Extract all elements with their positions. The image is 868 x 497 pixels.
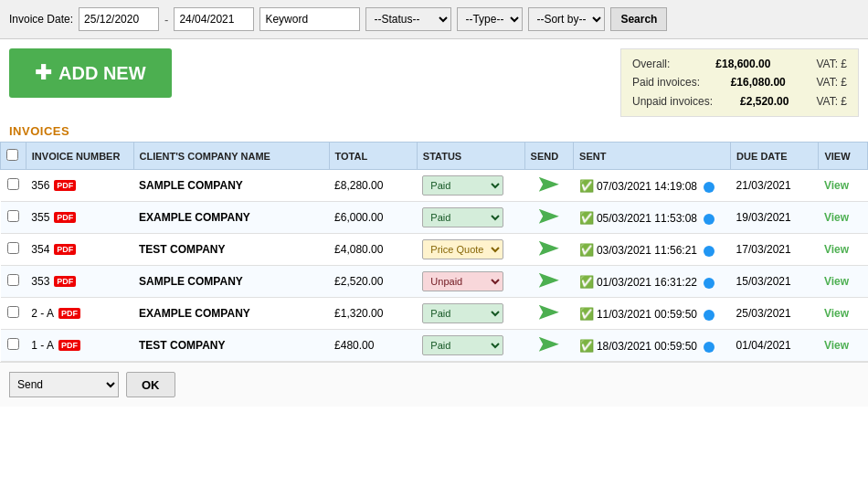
invoice-number: 1 - A xyxy=(31,339,54,352)
send-icon[interactable] xyxy=(539,305,559,320)
pdf-icon[interactable]: PDF xyxy=(58,340,80,351)
total-cell: £8,280.00 xyxy=(329,170,417,202)
status-cell: Paid Unpaid Price Quote xyxy=(417,170,524,202)
send-icon[interactable] xyxy=(539,241,559,256)
pdf-icon[interactable]: PDF xyxy=(58,308,80,319)
row-checkbox[interactable] xyxy=(7,338,19,350)
table-row: 355 PDF EXAMPLE COMPANY £6,000.00 Paid U… xyxy=(1,202,868,234)
status-dropdown[interactable]: Paid Unpaid Price Quote xyxy=(422,175,503,196)
row-checkbox[interactable] xyxy=(7,274,19,286)
info-dot-icon[interactable] xyxy=(704,278,715,289)
company-name-cell: TEST COMPANY xyxy=(133,234,329,266)
table-row: 356 PDF SAMPLE COMPANY £8,280.00 Paid Un… xyxy=(1,170,868,202)
section-title: INVOICES xyxy=(0,121,868,142)
status-dropdown[interactable]: Paid Unpaid Price Quote xyxy=(422,239,503,259)
send-cell xyxy=(524,330,574,362)
sort-select[interactable]: --Sort by-- Date Amount Status xyxy=(528,7,605,31)
add-new-button[interactable]: ✚ ADD NEW xyxy=(9,48,172,98)
sent-date: 18/03/2021 00:59:50 xyxy=(597,340,697,353)
bulk-action-select[interactable]: Send Email Print xyxy=(9,372,119,397)
invoice-number: 353 xyxy=(31,275,49,288)
pdf-icon[interactable]: PDF xyxy=(54,180,76,191)
row-checkbox-cell xyxy=(1,330,26,362)
send-icon[interactable] xyxy=(539,209,559,224)
status-dropdown[interactable]: Paid Unpaid Price Quote xyxy=(422,303,503,323)
overall-row: Overall: £18,600.00 VAT: £ xyxy=(632,55,847,73)
status-cell: Paid Unpaid Price Quote xyxy=(417,234,524,266)
status-dropdown[interactable]: Paid Unpaid Price Quote xyxy=(422,207,503,227)
total-cell: £2,520.00 xyxy=(329,266,417,298)
view-link[interactable]: View xyxy=(824,243,849,256)
row-checkbox[interactable] xyxy=(7,178,19,190)
view-link[interactable]: View xyxy=(824,179,849,192)
action-bar: ✚ ADD NEW Overall: £18,600.00 VAT: £ Pai… xyxy=(0,39,868,121)
invoice-number: 355 xyxy=(31,211,49,224)
view-cell: View xyxy=(819,234,868,266)
keyword-input[interactable] xyxy=(259,7,360,31)
send-cell xyxy=(524,234,574,266)
total-cell: £4,080.00 xyxy=(329,234,417,266)
col-header-view: VIEW xyxy=(819,143,868,170)
company-name-cell: SAMPLE COMPANY xyxy=(133,266,329,298)
pdf-icon[interactable]: PDF xyxy=(54,244,76,255)
invoice-number: 354 xyxy=(31,243,49,256)
sent-check-icon: ✅ xyxy=(579,275,594,289)
status-dropdown[interactable]: Paid Unpaid Price Quote xyxy=(422,335,503,355)
info-dot-icon[interactable] xyxy=(704,214,715,225)
send-icon[interactable] xyxy=(539,273,559,288)
row-checkbox[interactable] xyxy=(7,242,19,254)
invoice-date-label: Invoice Date: xyxy=(9,13,73,26)
total-cell: £6,000.00 xyxy=(329,202,417,234)
row-checkbox[interactable] xyxy=(7,210,19,222)
pdf-icon[interactable]: PDF xyxy=(54,212,76,223)
view-link[interactable]: View xyxy=(824,307,849,320)
unpaid-vat: VAT: £ xyxy=(816,92,847,111)
date-to-input[interactable] xyxy=(174,7,254,31)
send-icon[interactable] xyxy=(539,337,559,352)
ok-button[interactable]: OK xyxy=(126,372,175,397)
status-select[interactable]: --Status-- Paid Unpaid Price Quote xyxy=(365,7,451,31)
row-checkbox[interactable] xyxy=(7,306,19,318)
paid-amount: £16,080.00 xyxy=(731,73,786,91)
view-link[interactable]: View xyxy=(824,211,849,224)
col-header-total: TOTAL xyxy=(329,143,417,170)
pdf-icon[interactable]: PDF xyxy=(54,276,76,287)
send-cell xyxy=(524,170,574,202)
status-dropdown[interactable]: Paid Unpaid Price Quote xyxy=(422,271,503,291)
due-date-cell: 17/03/2021 xyxy=(731,234,819,266)
invoice-number-cell: 1 - A PDF xyxy=(26,330,133,362)
table-row: 354 PDF TEST COMPANY £4,080.00 Paid Unpa… xyxy=(1,234,868,266)
send-icon[interactable] xyxy=(539,177,559,192)
table-row: 2 - A PDF EXAMPLE COMPANY £1,320.00 Paid… xyxy=(1,298,868,330)
sent-date: 07/03/2021 14:19:08 xyxy=(597,180,697,193)
invoice-number-cell: 356 PDF xyxy=(26,170,133,202)
invoice-number-cell: 353 PDF xyxy=(26,266,133,298)
table-header-row: INVOICE NUMBER CLIENT'S COMPANY NAME TOT… xyxy=(1,143,868,170)
invoice-number-cell: 2 - A PDF xyxy=(26,298,133,330)
search-button[interactable]: Search xyxy=(610,7,667,31)
due-date-cell: 19/03/2021 xyxy=(731,202,819,234)
view-link[interactable]: View xyxy=(824,339,849,352)
status-cell: Paid Unpaid Price Quote xyxy=(417,266,524,298)
view-cell: View xyxy=(819,202,868,234)
date-from-input[interactable] xyxy=(79,7,159,31)
view-link[interactable]: View xyxy=(824,275,849,288)
status-cell: Paid Unpaid Price Quote xyxy=(417,298,524,330)
row-checkbox-cell xyxy=(1,234,26,266)
sent-check-icon: ✅ xyxy=(579,307,594,321)
send-cell xyxy=(524,202,574,234)
view-cell: View xyxy=(819,266,868,298)
type-select[interactable]: --Type-- Invoice Quote xyxy=(457,7,523,31)
info-dot-icon[interactable] xyxy=(704,342,715,353)
invoice-number: 2 - A xyxy=(31,307,54,320)
overall-amount: £18,600.00 xyxy=(715,55,770,73)
info-dot-icon[interactable] xyxy=(704,182,715,193)
send-cell xyxy=(524,298,574,330)
col-header-status: STATUS xyxy=(417,143,524,170)
sent-date: 03/03/2021 11:56:21 xyxy=(597,244,697,257)
invoice-table: INVOICE NUMBER CLIENT'S COMPANY NAME TOT… xyxy=(0,142,868,362)
select-all-checkbox[interactable] xyxy=(6,149,18,161)
total-cell: £480.00 xyxy=(329,330,417,362)
info-dot-icon[interactable] xyxy=(704,310,715,321)
info-dot-icon[interactable] xyxy=(704,246,715,257)
